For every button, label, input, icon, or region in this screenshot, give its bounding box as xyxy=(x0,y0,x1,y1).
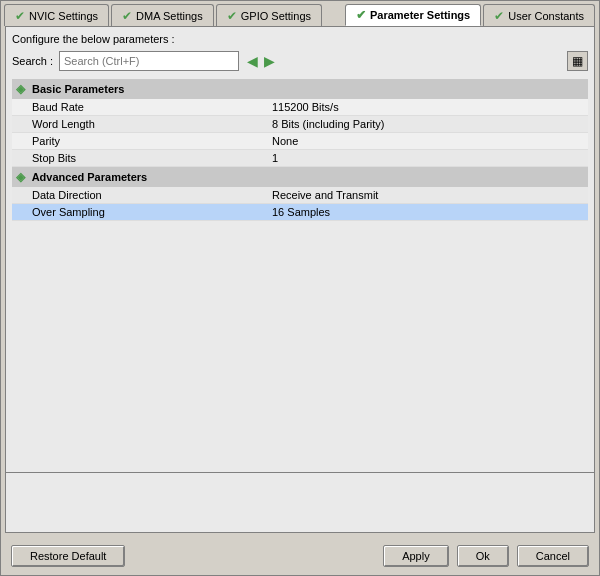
restore-default-button[interactable]: Restore Default xyxy=(11,545,125,567)
param-name: Data Direction xyxy=(12,187,252,204)
search-label: Search : xyxy=(12,55,53,67)
lower-panel xyxy=(5,473,595,533)
param-value[interactable]: Receive and Transmit xyxy=(252,187,588,204)
check-icon-gpio: ✔ xyxy=(227,9,237,23)
tab-params-label: Parameter Settings xyxy=(370,9,470,21)
table-row: Stop Bits 1 xyxy=(12,150,588,167)
advanced-section-label: Advanced Parameters xyxy=(32,171,148,183)
table-row: Word Length 8 Bits (including Parity) xyxy=(12,116,588,133)
tab-dma[interactable]: ✔ DMA Settings xyxy=(111,4,214,26)
section-basic-header: ◈ Basic Parameters xyxy=(12,79,588,99)
param-name: Stop Bits xyxy=(12,150,252,167)
params-table: ◈ Basic Parameters Baud Rate 115200 Bits… xyxy=(12,79,588,221)
tab-user-label: User Constants xyxy=(508,10,584,22)
bottom-spacer xyxy=(12,221,588,466)
cancel-button[interactable]: Cancel xyxy=(517,545,589,567)
basic-section-icon: ◈ xyxy=(16,82,25,96)
config-title: Configure the below parameters : xyxy=(12,33,588,45)
table-row-highlighted: Over Sampling 16 Samples xyxy=(12,204,588,221)
table-row: Baud Rate 115200 Bits/s xyxy=(12,99,588,116)
footer-right: Apply Ok Cancel xyxy=(383,545,589,567)
tab-nvic-label: NVIC Settings xyxy=(29,10,98,22)
param-name: Baud Rate xyxy=(12,99,252,116)
apply-button[interactable]: Apply xyxy=(383,545,449,567)
tab-user-constants[interactable]: ✔ User Constants xyxy=(483,4,595,26)
search-next-button[interactable]: ▶ xyxy=(262,53,277,69)
footer: Restore Default Apply Ok Cancel xyxy=(1,537,599,575)
param-value[interactable]: 16 Samples xyxy=(252,204,588,221)
search-arrows: ◀ ▶ xyxy=(245,53,277,69)
main-container: ✔ NVIC Settings ✔ DMA Settings ✔ GPIO Se… xyxy=(0,0,600,576)
grid-view-icon[interactable]: ▦ xyxy=(567,51,588,71)
tab-gpio-label: GPIO Settings xyxy=(241,10,311,22)
footer-left: Restore Default xyxy=(11,545,125,567)
ok-button[interactable]: Ok xyxy=(457,545,509,567)
table-row: Data Direction Receive and Transmit xyxy=(12,187,588,204)
search-input[interactable] xyxy=(59,51,239,71)
advanced-section-icon: ◈ xyxy=(16,170,25,184)
check-icon-dma: ✔ xyxy=(122,9,132,23)
table-row: Parity None xyxy=(12,133,588,150)
basic-section-label: Basic Parameters xyxy=(32,83,124,95)
param-value[interactable]: 115200 Bits/s xyxy=(252,99,588,116)
check-icon-nvic: ✔ xyxy=(15,9,25,23)
param-value[interactable]: 1 xyxy=(252,150,588,167)
param-name: Over Sampling xyxy=(12,204,252,221)
section-advanced-header: ◈ Advanced Parameters xyxy=(12,167,588,188)
check-icon-user: ✔ xyxy=(494,9,504,23)
content-area: Configure the below parameters : Search … xyxy=(5,26,595,473)
param-name: Parity xyxy=(12,133,252,150)
search-prev-button[interactable]: ◀ xyxy=(245,53,260,69)
tab-gpio[interactable]: ✔ GPIO Settings xyxy=(216,4,322,26)
param-value[interactable]: 8 Bits (including Parity) xyxy=(252,116,588,133)
tab-bar-row1: ✔ NVIC Settings ✔ DMA Settings ✔ GPIO Se… xyxy=(1,1,599,26)
tab-params[interactable]: ✔ Parameter Settings xyxy=(345,4,481,26)
check-icon-params: ✔ xyxy=(356,8,366,22)
search-row: Search : ◀ ▶ ▦ xyxy=(12,51,588,71)
param-value[interactable]: None xyxy=(252,133,588,150)
param-name: Word Length xyxy=(12,116,252,133)
tab-dma-label: DMA Settings xyxy=(136,10,203,22)
tab-nvic[interactable]: ✔ NVIC Settings xyxy=(4,4,109,26)
